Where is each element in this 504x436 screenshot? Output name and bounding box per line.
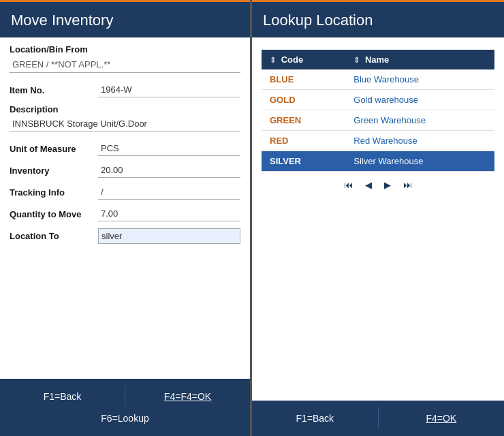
location-to-group: Location To	[10, 228, 240, 244]
move-inventory-panel: Move Inventory Location/Bin From Item No…	[0, 0, 252, 436]
move-inventory-footer: F1=Back F4=F4=OK F6=Lookup	[0, 379, 250, 436]
code-sort-arrows: ⇕	[270, 56, 276, 64]
table-cell-code: GOLD	[262, 90, 345, 110]
table-cell-code: RED	[262, 131, 345, 151]
inventory-label: Inventory	[10, 163, 98, 176]
lookup-f4-ok-button[interactable]: F4=OK	[379, 407, 505, 429]
table-cell-name: Green Warehouse	[345, 110, 494, 131]
table-cell-name: Gold warehouse	[345, 90, 494, 110]
quantity-to-move-label: Quantity to Move	[10, 206, 98, 219]
footer-row-1: F1=Back F4=F4=OK	[0, 386, 250, 407]
lookup-footer-row: F1=Back F4=OK	[252, 407, 504, 429]
lookup-f4-ok-label: F4=OK	[426, 413, 456, 424]
table-header-row: ⇕ Code ⇕ Name	[262, 50, 494, 69]
lookup-location-body: ⇕ Code ⇕ Name BLUEBlue WarehouseGOLDGold…	[252, 37, 504, 401]
move-inventory-header: Move Inventory	[0, 0, 250, 37]
location-table: ⇕ Code ⇕ Name BLUEBlue WarehouseGOLDGold…	[262, 50, 494, 172]
unit-of-measure-group: Unit of Measure	[10, 141, 240, 156]
table-cell-name: Silver Warehouse	[345, 151, 494, 172]
description-label: Description	[10, 104, 240, 114]
quantity-to-move-group: Quantity to Move	[10, 206, 240, 221]
f4-ok-label: F4=F4=OK	[164, 391, 211, 402]
code-column-label: Code	[281, 54, 304, 65]
table-row[interactable]: GREENGreen Warehouse	[262, 110, 494, 131]
table-cell-name: Blue Warehouse	[345, 69, 494, 90]
item-no-label: Item No.	[10, 82, 98, 95]
table-row[interactable]: BLUEBlue Warehouse	[262, 69, 494, 90]
table-cell-name: Red Warehouse	[345, 131, 494, 151]
quantity-to-move-input[interactable]	[98, 206, 240, 221]
pagination-prev-button[interactable]: ◀	[362, 178, 375, 191]
move-inventory-title: Move Inventory	[11, 12, 113, 29]
pagination-first-button[interactable]: ⏮	[341, 178, 356, 191]
pagination-last-button[interactable]: ⏭	[400, 178, 415, 191]
item-no-input[interactable]	[98, 82, 240, 97]
unit-of-measure-label: Unit of Measure	[10, 141, 98, 154]
f4-ok-button[interactable]: F4=F4=OK	[125, 386, 250, 407]
table-cell-code: BLUE	[262, 69, 345, 90]
name-column-label: Name	[365, 54, 389, 65]
table-row[interactable]: SILVERSilver Warehouse	[262, 151, 494, 172]
code-column-header[interactable]: ⇕ Code	[262, 50, 345, 69]
move-inventory-body: Location/Bin From Item No. Description U…	[0, 37, 250, 379]
table-cell-code: SILVER	[262, 151, 345, 172]
tracking-info-input[interactable]	[98, 185, 240, 200]
tracking-info-label: Tracking Info	[10, 185, 98, 198]
pagination-next-button[interactable]: ▶	[381, 178, 394, 191]
location-to-label: Location To	[10, 228, 98, 241]
table-cell-code: GREEN	[262, 110, 345, 131]
description-input[interactable]	[10, 116, 240, 131]
f1-back-button[interactable]: F1=Back	[0, 386, 125, 407]
table-row[interactable]: REDRed Warehouse	[262, 131, 494, 151]
tracking-info-group: Tracking Info	[10, 185, 240, 200]
name-sort-arrows: ⇕	[353, 56, 360, 64]
pagination-controls: ⏮ ◀ ▶ ⏭	[262, 172, 494, 198]
lookup-location-title: Lookup Location	[263, 12, 373, 29]
lookup-f1-back-button[interactable]: F1=Back	[252, 407, 379, 429]
lookup-location-footer: F1=Back F4=OK	[252, 401, 504, 436]
inventory-input[interactable]	[98, 163, 240, 178]
item-no-group: Item No.	[10, 82, 240, 97]
lookup-location-header: Lookup Location	[252, 0, 504, 37]
location-to-input[interactable]	[98, 228, 240, 244]
description-group: Description	[10, 104, 240, 134]
f6-lookup-button[interactable]: F6=Lookup	[0, 407, 250, 429]
location-bin-from-input[interactable]	[10, 57, 240, 73]
table-row[interactable]: GOLDGold warehouse	[262, 90, 494, 110]
location-bin-from-label: Location/Bin From	[10, 44, 240, 54]
lookup-location-panel: Lookup Location ⇕ Code ⇕ Name BLUEBlue W…	[252, 0, 504, 436]
unit-of-measure-input[interactable]	[98, 141, 240, 156]
location-bin-from-group: Location/Bin From	[10, 44, 240, 76]
name-column-header[interactable]: ⇕ Name	[345, 50, 494, 69]
inventory-group: Inventory	[10, 163, 240, 178]
footer-row-2: F6=Lookup	[0, 407, 250, 429]
